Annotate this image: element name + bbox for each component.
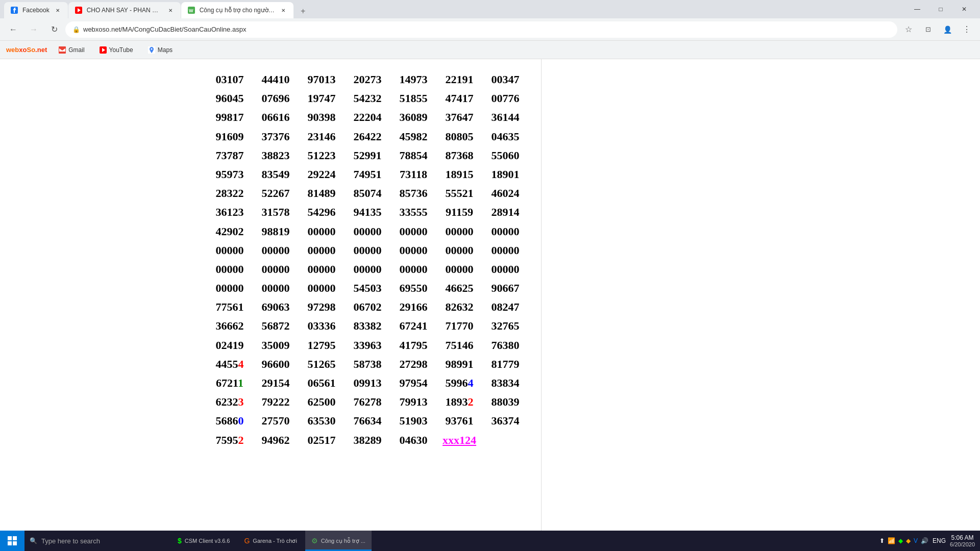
num-cell-8-2: 00000: [299, 222, 345, 240]
number-row-8: 42902988190000000000000000000000000: [194, 222, 541, 240]
num-cell-19-3: 38289: [345, 431, 390, 449]
svg-text:W: W: [189, 8, 193, 13]
cast-button[interactable]: ⊡: [919, 20, 937, 39]
num-cell-0-1: 44410: [253, 70, 299, 88]
num-cell-0-0: 03107: [207, 70, 253, 88]
taskbar-app-congtro-label: Công cụ hỗ trợ ...: [321, 538, 365, 544]
num-cell-7-3: 94135: [345, 203, 390, 221]
tab-webxoso-close[interactable]: ✕: [279, 6, 287, 14]
bookmark-gmail[interactable]: Gmail: [55, 44, 87, 56]
num-cell-15-0: 44554: [207, 355, 253, 373]
tab-facebook[interactable]: Facebook ✕: [4, 2, 68, 18]
address-bar[interactable]: 🔒 webxoso.net/MA/CongCuDacBiet/SoanCauOn…: [65, 21, 897, 38]
num-cell-16-0: 67211: [207, 374, 253, 392]
number-row-4: 73787388235122352991788548736855060: [194, 146, 541, 164]
taskbar-search-placeholder: Type here to search: [41, 537, 100, 545]
taskbar-app-garena-label: Garena - Trò chơi: [253, 538, 297, 544]
taskbar-app-garena[interactable]: G Garena - Trò chơi: [238, 531, 303, 551]
date-display: 6/20/2020: [950, 541, 975, 547]
menu-button[interactable]: ⋮: [958, 20, 976, 39]
tab-youtube[interactable]: CHO ANH SAY - PHAN DUY ANH... ✕: [68, 2, 181, 18]
svg-rect-13: [13, 541, 17, 545]
num-cell-8-6: 00000: [482, 222, 528, 240]
num-cell-1-4: 51855: [390, 89, 436, 107]
num-cell-16-2: 06561: [299, 374, 345, 392]
taskbar-app-csm[interactable]: $ CSM Client v3.6.6: [172, 531, 236, 551]
num-cell-8-3: 00000: [345, 222, 390, 240]
tray-volume-icon: 🔊: [921, 537, 928, 544]
num-cell-11-2: 00000: [299, 279, 345, 297]
csm-icon: $: [178, 537, 182, 545]
num-cell-11-3: 54503: [345, 279, 390, 297]
taskbar-tray: ⬆ 📶 ◆ ◆ V 🔊 ENG 5:06 AM 6/20/2020: [874, 534, 980, 547]
tray-icon-4: ◆: [906, 537, 911, 544]
num-cell-5-3: 74951: [345, 165, 390, 183]
num-cell-17-1: 79222: [253, 393, 299, 411]
tray-network-icon: 📶: [888, 537, 895, 544]
svg-point-9: [151, 48, 152, 49]
right-sidebar: [541, 59, 669, 531]
new-tab-button[interactable]: +: [296, 4, 310, 18]
tab-facebook-close[interactable]: ✕: [54, 6, 62, 14]
num-cell-7-5: 91159: [436, 203, 482, 221]
num-cell-19-2: 02517: [299, 431, 345, 449]
num-cell-11-0: 00000: [207, 279, 253, 297]
number-row-15: 44554966005126558738272989899181779: [194, 355, 541, 373]
num-cell-6-3: 85074: [345, 184, 390, 202]
tab-youtube-close[interactable]: ✕: [166, 6, 175, 14]
svg-rect-12: [8, 541, 12, 545]
num-cell-4-4: 78854: [390, 146, 436, 164]
num-cell-10-6: 00000: [482, 260, 528, 278]
num-cell-8-0: 42902: [207, 222, 253, 240]
number-row-1: 96045076961974754232518554741700776: [194, 89, 541, 107]
nav-bar: ← → ↻ 🔒 webxoso.net/MA/CongCuDacBiet/Soa…: [0, 18, 980, 41]
num-cell-12-2: 97298: [299, 298, 345, 316]
num-cell-18-0: 56860: [207, 412, 253, 430]
number-row-2: 99817066169039822204360893764736144: [194, 108, 541, 126]
maximize-button[interactable]: □: [929, 1, 952, 17]
num-cell-9-5: 00000: [436, 241, 482, 259]
back-button[interactable]: ←: [4, 20, 22, 39]
tray-icon-1: ⬆: [879, 537, 885, 544]
tray-lang: ENG: [933, 537, 946, 544]
num-cell-7-1: 31578: [253, 203, 299, 221]
num-cell-14-2: 12795: [299, 336, 345, 354]
close-button[interactable]: ✕: [952, 1, 976, 17]
bookmark-youtube[interactable]: YouTube: [96, 44, 136, 56]
xxx-link[interactable]: xxx124: [443, 434, 476, 446]
start-button[interactable]: [0, 531, 24, 551]
num-cell-17-2: 62500: [299, 393, 345, 411]
num-cell-13-1: 56872: [253, 317, 299, 335]
bookmark-star-button[interactable]: ☆: [899, 20, 918, 39]
num-cell-3-5: 80805: [436, 128, 482, 145]
num-cell-6-2: 81489: [299, 184, 345, 202]
num-cell-18-4: 51903: [390, 412, 436, 430]
num-cell-6-6: 46024: [482, 184, 528, 202]
num-cell-14-0: 02419: [207, 336, 253, 354]
tab-webxoso[interactable]: W Công cụ hỗ trợ cho người chơi... ✕: [181, 2, 293, 18]
num-cell-2-3: 22204: [345, 108, 390, 126]
number-row-10: 00000000000000000000000000000000000: [194, 260, 541, 278]
number-row-9: 00000000000000000000000000000000000: [194, 241, 541, 259]
num-cell-9-3: 00000: [345, 241, 390, 259]
num-cell-17-5: 18932: [436, 393, 482, 411]
num-cell-18-2: 63530: [299, 412, 345, 430]
webxoso-logo: webxoSo.net: [6, 46, 47, 54]
webxoso-bookmark[interactable]: webxoSo.net: [6, 46, 47, 54]
profile-button[interactable]: 👤: [938, 20, 957, 39]
minimize-button[interactable]: —: [905, 1, 929, 17]
taskbar-app-congtro[interactable]: ⚙ Công cụ hỗ trợ ...: [305, 531, 372, 551]
youtube-favicon: [75, 6, 83, 14]
num-cell-1-5: 47417: [436, 89, 482, 107]
bookmark-maps[interactable]: Maps: [144, 44, 176, 56]
num-cell-19-6: [482, 431, 528, 449]
num-cell-2-2: 90398: [299, 108, 345, 126]
num-cell-16-1: 29154: [253, 374, 299, 392]
forward-button[interactable]: →: [24, 20, 43, 39]
num-cell-3-6: 04635: [482, 128, 528, 145]
number-row-14: 02419350091279533963417957514676380: [194, 336, 541, 354]
tray-icon-5: V: [914, 537, 918, 544]
num-cell-12-3: 06702: [345, 298, 390, 316]
taskbar-search[interactable]: 🔍 Type here to search: [24, 531, 167, 551]
reload-button[interactable]: ↻: [45, 20, 63, 39]
